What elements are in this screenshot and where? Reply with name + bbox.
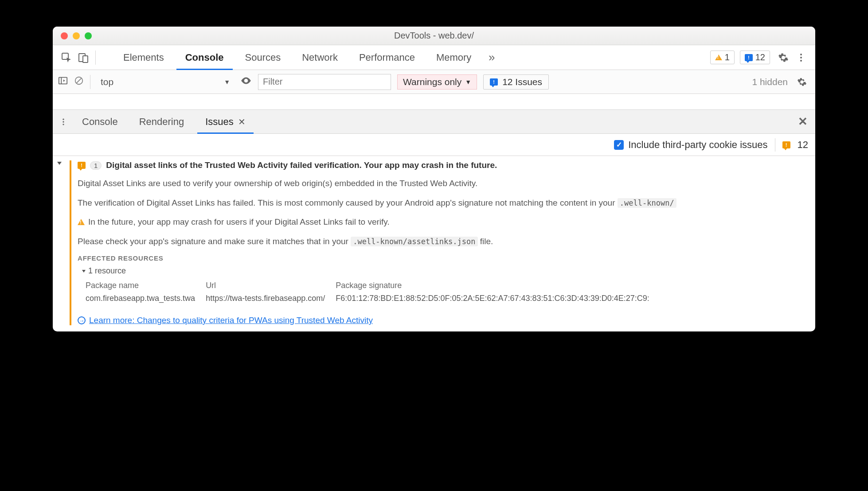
issue-icon: ! [490, 78, 498, 86]
tab-network[interactable]: Network [291, 45, 348, 70]
drawer-tab-issues-label: Issues [205, 116, 234, 128]
close-tab-icon[interactable]: ✕ [238, 117, 246, 127]
settings-icon[interactable] [775, 50, 791, 66]
clear-console-icon[interactable] [74, 76, 84, 88]
issue-occurrence-count: 1 [90, 161, 102, 170]
col-signature: Package signature [336, 279, 660, 292]
learn-more-text[interactable]: Learn more: Changes to quality criteria … [89, 316, 373, 325]
cell-package-name: com.firebaseapp.twa_tests.twa [86, 292, 206, 305]
svg-point-3 [800, 54, 802, 55]
issue-description-p2: The verification of Digital Asset Links … [78, 197, 812, 209]
cell-signature: F6:01:12:78:BD:E1:88:52:D5:0F:05:2A:5E:6… [336, 292, 660, 305]
affected-resources-heading: Affected Resources [78, 254, 812, 262]
tab-memory[interactable]: Memory [426, 45, 482, 70]
window-title: DevTools - web.dev/ [53, 31, 815, 41]
issues-button-label: 12 Issues [502, 77, 542, 87]
open-issues-button[interactable]: ! 12 Issues [483, 74, 549, 90]
minimize-window-button[interactable] [73, 32, 80, 39]
issue-title: Digital asset links of the Trusted Web A… [106, 160, 497, 170]
warning-icon [78, 219, 85, 225]
svg-point-5 [800, 60, 802, 62]
level-label: Warnings only [403, 77, 461, 87]
checkbox-checked-icon: ✓ [614, 140, 624, 150]
svg-rect-2 [83, 56, 88, 62]
warning-icon [715, 55, 722, 60]
code-snippet: .well-known/ [618, 198, 676, 208]
table-row[interactable]: com.firebaseapp.twa_tests.twa https://tw… [86, 292, 660, 305]
panel-tabs: Elements Console Sources Network Perform… [113, 45, 482, 70]
drawer-tab-rendering[interactable]: Rendering [130, 110, 193, 133]
svg-point-10 [245, 80, 247, 82]
titlebar: DevTools - web.dev/ [53, 27, 815, 45]
chevron-down-icon: ▼ [224, 78, 230, 86]
issue-icon: ! [745, 54, 753, 61]
svg-point-13 [63, 124, 64, 125]
resource-summary-toggle[interactable]: 1 resource [82, 266, 812, 276]
col-package-name: Package name [86, 279, 206, 292]
console-filter-bar: top ▼ Warnings only ▼ ! 12 Issues 1 hidd… [53, 70, 815, 94]
tab-console[interactable]: Console [175, 45, 235, 70]
tab-performance[interactable]: Performance [348, 45, 426, 70]
chevron-down-icon [82, 270, 86, 273]
live-expression-icon[interactable] [240, 75, 252, 89]
issue-description-p4: Please check your app's signature and ma… [78, 235, 812, 248]
more-tabs-button[interactable]: » [484, 50, 500, 66]
kebab-menu-icon[interactable] [793, 50, 809, 66]
warnings-count: 1 [725, 52, 730, 62]
severity-stripe [70, 160, 71, 325]
expand-toggle[interactable] [57, 160, 76, 325]
chevron-down-icon [57, 162, 62, 165]
divider [775, 138, 775, 152]
issues-options-bar: ✓ Include third-party cookie issues ! 12 [53, 134, 815, 156]
issue-header[interactable]: ! 1 Digital asset links of the Trusted W… [78, 160, 812, 170]
issue-item: ! 1 Digital asset links of the Trusted W… [53, 156, 815, 331]
window-controls [53, 32, 92, 39]
svg-point-4 [800, 57, 802, 58]
main-toolbar: Elements Console Sources Network Perform… [53, 45, 815, 70]
table-header-row: Package name Url Package signature [86, 279, 660, 292]
tab-sources[interactable]: Sources [235, 45, 292, 70]
issues-count: 12 [755, 52, 765, 62]
filter-input[interactable] [258, 74, 391, 90]
include-third-party-checkbox[interactable]: ✓ Include third-party cookie issues [614, 139, 767, 151]
drawer-tab-console[interactable]: Console [73, 110, 127, 133]
drawer-tab-issues[interactable]: Issues ✕ [196, 110, 254, 133]
svg-rect-6 [59, 78, 67, 84]
console-output-area [53, 94, 815, 110]
code-snippet: .well-known/assetlinks.json [351, 237, 477, 246]
svg-line-9 [77, 78, 82, 83]
drawer-tabs: Console Rendering Issues ✕ ✕ [53, 110, 815, 134]
warnings-badge[interactable]: 1 [710, 51, 735, 64]
issue-icon: ! [78, 162, 86, 169]
drawer-menu-icon[interactable] [57, 114, 70, 130]
external-link-icon: → [78, 316, 86, 324]
zoom-window-button[interactable] [85, 32, 92, 39]
context-selector[interactable]: top ▼ [97, 74, 234, 90]
tab-elements[interactable]: Elements [113, 45, 175, 70]
hidden-count-label[interactable]: 1 hidden [752, 77, 788, 87]
device-toolbar-icon[interactable] [76, 50, 91, 65]
total-issue-count: 12 [798, 139, 808, 151]
console-settings-icon[interactable] [794, 74, 810, 90]
close-drawer-icon[interactable]: ✕ [795, 115, 811, 129]
context-label: top [101, 77, 113, 87]
svg-point-12 [63, 121, 64, 122]
issue-description-p1: Digital Asset Links are used to verify y… [78, 177, 812, 190]
svg-point-11 [63, 118, 64, 120]
divider [95, 51, 96, 65]
issue-icon: ! [782, 141, 790, 148]
issue-warning-line: In the future, your app may crash for us… [78, 216, 812, 228]
devtools-window: DevTools - web.dev/ Elements Console Sou… [53, 27, 815, 331]
col-url: Url [206, 279, 336, 292]
affected-resources-table: Package name Url Package signature com.f… [86, 279, 660, 305]
inspect-element-icon[interactable] [59, 50, 74, 65]
cell-url: https://twa-tests.firebaseapp.com/ [206, 292, 336, 305]
toggle-sidebar-icon[interactable] [58, 76, 68, 88]
chevron-down-icon: ▼ [465, 78, 471, 86]
include-third-party-label: Include third-party cookie issues [628, 139, 767, 151]
learn-more-link[interactable]: → Learn more: Changes to quality criteri… [78, 316, 812, 325]
close-window-button[interactable] [61, 32, 68, 39]
log-level-selector[interactable]: Warnings only ▼ [397, 74, 477, 90]
divider [90, 75, 90, 89]
issues-badge[interactable]: ! 12 [740, 51, 770, 64]
